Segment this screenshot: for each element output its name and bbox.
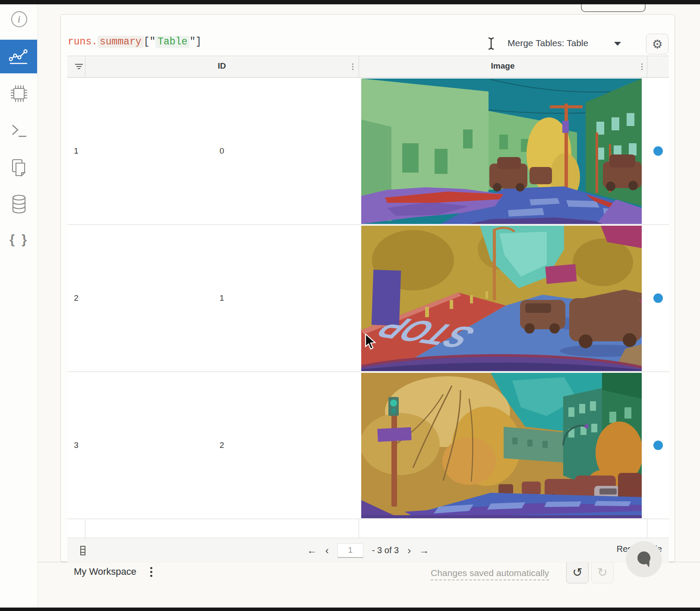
image-cell[interactable]: STOP bbox=[359, 225, 647, 372]
expr-open: [" bbox=[144, 36, 156, 47]
id-cell: 1 bbox=[85, 225, 359, 372]
filter-icon[interactable] bbox=[74, 63, 84, 71]
id-column-menu-icon[interactable] bbox=[352, 62, 354, 71]
row-number-cell: 1 bbox=[67, 78, 85, 224]
redo-icon: ↻ bbox=[597, 565, 607, 580]
runs-table: ID Image 1 0 bbox=[67, 56, 669, 538]
id-cell: 0 bbox=[85, 78, 359, 224]
table-row: 3 2 bbox=[67, 372, 669, 519]
expr-object: runs. bbox=[68, 36, 98, 47]
image-cell[interactable] bbox=[359, 78, 647, 224]
text-ibeam-cursor bbox=[487, 37, 495, 50]
segmentation-image-street-2[interactable]: STOP bbox=[361, 226, 642, 371]
line-chart-icon[interactable] bbox=[0, 40, 37, 73]
top-window-bar bbox=[0, 0, 700, 4]
run-color-dot bbox=[653, 146, 663, 156]
gear-icon: ⚙ bbox=[652, 37, 662, 51]
bottom-window-bar bbox=[0, 608, 700, 611]
chat-bubble-icon bbox=[634, 550, 653, 569]
panel-settings-button[interactable]: ⚙ bbox=[646, 34, 668, 54]
copy-icon[interactable] bbox=[0, 158, 38, 177]
chevron-down-icon[interactable] bbox=[614, 42, 621, 46]
expr-method: summary bbox=[98, 36, 144, 48]
mouse-cursor bbox=[365, 334, 377, 350]
table-row: 1 0 bbox=[67, 78, 669, 225]
row-number-cell: 2 bbox=[67, 225, 85, 372]
image-cell[interactable] bbox=[359, 372, 647, 519]
next-page-icon[interactable]: › bbox=[407, 545, 411, 557]
column-header-image[interactable]: Image bbox=[359, 61, 647, 71]
prev-page-icon[interactable]: ‹ bbox=[325, 545, 329, 557]
column-header-id[interactable]: ID bbox=[85, 61, 359, 71]
first-page-arrow-icon[interactable]: ← bbox=[307, 545, 317, 556]
chip-icon[interactable] bbox=[0, 85, 38, 103]
run-color-dot bbox=[653, 293, 663, 303]
merge-tables-dropdown[interactable]: Merge Tables: Table bbox=[508, 38, 588, 48]
id-cell: 2 bbox=[85, 372, 359, 519]
segmentation-image-street-3[interactable] bbox=[361, 373, 642, 518]
table-header-row: ID Image bbox=[67, 56, 669, 78]
run-color-dot bbox=[653, 441, 663, 450]
help-chat-button[interactable] bbox=[626, 541, 662, 577]
autosave-status[interactable]: Changes saved automatically bbox=[431, 568, 549, 580]
table-row: 2 1 bbox=[67, 225, 669, 372]
undo-icon: ↺ bbox=[572, 565, 582, 580]
expr-close: "] bbox=[189, 36, 202, 47]
table-panel: runs.summary["Table"] Merge Tables: Tabl… bbox=[60, 14, 675, 562]
table-pagination-bar: ← ‹ - 3 of 3 › → Reset Table bbox=[67, 538, 669, 562]
page-range-label: - 3 of 3 bbox=[372, 545, 399, 555]
braces-icon[interactable]: { } bbox=[0, 232, 38, 247]
segmentation-image-street-1[interactable] bbox=[361, 79, 642, 224]
image-column-menu-icon[interactable] bbox=[641, 62, 643, 71]
redo-button[interactable]: ↻ bbox=[591, 561, 614, 583]
line-chart-glyph bbox=[9, 48, 28, 65]
app-root: i bbox=[0, 0, 700, 611]
database-icon[interactable] bbox=[0, 194, 38, 214]
workspace-title[interactable]: My Workspace bbox=[74, 566, 136, 577]
info-icon[interactable]: i bbox=[0, 11, 38, 27]
page-number-input[interactable] bbox=[337, 543, 363, 558]
workspace-menu-icon[interactable] bbox=[150, 565, 152, 579]
terminal-icon[interactable] bbox=[0, 123, 38, 139]
row-number-cell: 3 bbox=[67, 372, 85, 519]
expr-key: Table bbox=[155, 36, 189, 48]
panel-expression[interactable]: runs.summary["Table"] bbox=[68, 36, 202, 47]
undo-button[interactable]: ↺ bbox=[566, 561, 589, 583]
column-settings-icon[interactable] bbox=[79, 545, 86, 556]
left-sidebar: i bbox=[0, 0, 38, 608]
last-page-arrow-icon[interactable]: → bbox=[419, 545, 429, 556]
